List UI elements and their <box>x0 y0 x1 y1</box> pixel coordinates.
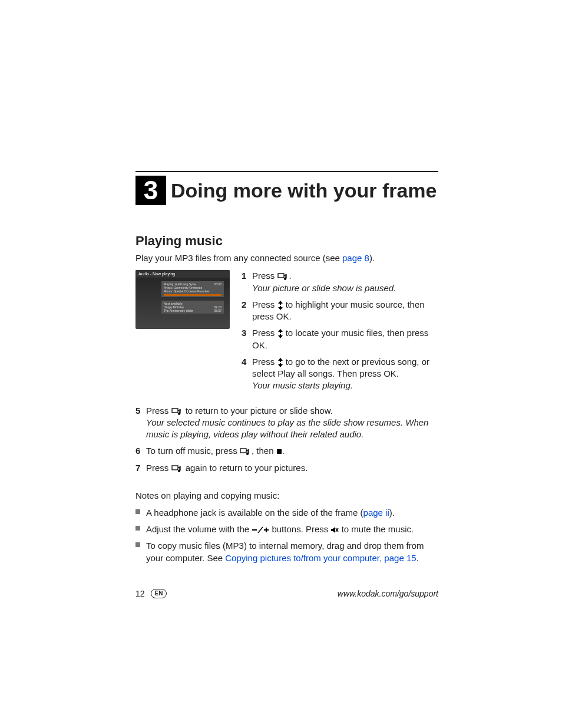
chapter-heading: 3 Doing more with your frame <box>135 176 438 205</box>
section-title: Playing music <box>135 233 438 249</box>
page-number: 12 <box>135 589 145 598</box>
music-icon <box>171 407 183 416</box>
step-5: 5 Press to return to your picture or sli… <box>135 405 438 441</box>
bullet-icon <box>135 542 140 547</box>
step-1: 1 Press . Your picture or slide show is … <box>242 270 438 294</box>
stop-icon <box>276 449 282 454</box>
intro-after: ). <box>369 253 375 263</box>
step-3: 3 Press to locate your music files, then… <box>242 327 438 351</box>
bullet-icon <box>135 509 140 514</box>
screenshot-title: Audio - Now playing <box>135 270 230 278</box>
updown-icon <box>277 329 283 338</box>
intro-before: Play your MP3 files from any connected s… <box>135 253 342 263</box>
link-copying-page-15[interactable]: Copying pictures to/from your computer, … <box>225 553 416 563</box>
music-icon <box>240 447 252 456</box>
step-4-result: Your music starts playing. <box>252 380 353 390</box>
notes-heading: Notes on playing and copying music: <box>135 490 438 500</box>
language-badge: EN <box>151 589 167 598</box>
note-copy: To copy music files (MP3) to internal me… <box>135 539 438 564</box>
intro-text: Play your MP3 files from any connected s… <box>135 252 438 264</box>
steps-full: 5 Press to return to your picture or sli… <box>135 405 438 474</box>
step-5-result: Your selected music continues to play as… <box>146 417 428 439</box>
bullet-icon <box>135 526 140 531</box>
step-6: 6 To turn off music, press , then . <box>135 445 438 457</box>
support-url[interactable]: www.kodak.com/go/support <box>173 589 438 598</box>
volume-minus-plus-icon <box>252 526 269 533</box>
steps-right: 1 Press . Your picture or slide show is … <box>242 270 438 396</box>
chapter-title: Doing more with your frame <box>171 176 437 205</box>
music-icon <box>171 465 183 473</box>
page-footer: 12 EN www.kodak.com/go/support <box>135 589 438 598</box>
top-rule <box>135 171 438 172</box>
updown-icon <box>277 358 283 367</box>
note-volume: Adjust the volume with the buttons. Pres… <box>135 523 438 535</box>
link-page-ii[interactable]: page ii <box>363 508 389 518</box>
step-7: 7 Press again to return to your pictures… <box>135 462 438 474</box>
note-headphone: A headphone jack is available on the sid… <box>135 506 438 519</box>
link-page-8[interactable]: page 8 <box>342 253 369 263</box>
step-2: 2 Press to highlight your music source, … <box>242 299 438 323</box>
updown-icon <box>277 301 283 310</box>
mute-icon <box>330 526 339 533</box>
step-4: 4 Press to go to the next or previous so… <box>242 356 438 392</box>
chapter-number: 3 <box>135 176 166 205</box>
notes-list: A headphone jack is available on the sid… <box>135 506 438 564</box>
manual-page: 3 Doing more with your frame Playing mus… <box>0 0 562 622</box>
music-icon <box>277 272 289 281</box>
step-1-result: Your picture or slide show is paused. <box>252 283 396 293</box>
now-playing-screenshot: Audio - Now playing Playing: Auld Lang S… <box>135 270 230 329</box>
